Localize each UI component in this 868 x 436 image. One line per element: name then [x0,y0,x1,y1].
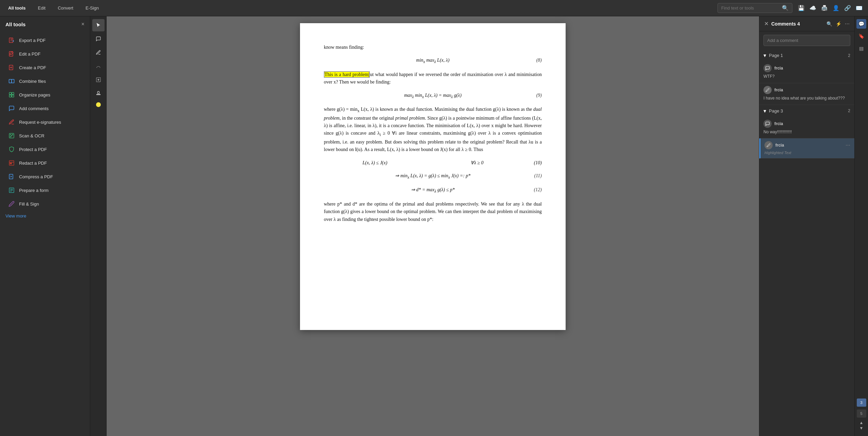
comments-header: ✕ Comments 4 🔍 ⚡ ⋯ [759,16,854,31]
comments-search-icon[interactable]: 🔍 [826,21,832,27]
scroll-down-icon[interactable]: ▼ [859,426,864,431]
nav-edit[interactable]: Edit [35,4,48,12]
select-tool[interactable] [92,19,105,31]
comment-page3-item2[interactable]: frcia ⋯ Highlighted Text [759,138,854,159]
scroll-up-icon[interactable]: ▲ [859,420,864,425]
topbar: All tools Edit Convert E-Sign 🔍 💾 ☁️ 🖨️ … [0,0,868,16]
curve-tool[interactable] [92,60,105,72]
comment-tool[interactable] [92,33,105,45]
comments-list: ▾ Page 1 2 frcia WTF? [759,49,854,436]
pdf-para2: where g(λ) = minx L(x, λ) is known as th… [324,106,542,154]
sidebar-item-form[interactable]: Prepare a form [3,184,87,197]
comments-icon [8,105,15,112]
comment-text-3: No way!!!!!!!!!!!!! [763,129,850,135]
combine-label: Combine files [19,79,46,84]
eq10-block: L(x, λ) ≤ J(x) ∀λ ≥ 0 (10) [324,159,542,167]
draw-tool[interactable] [92,46,105,59]
vertical-toolbar [90,16,107,436]
email-icon[interactable]: ✉️ [856,5,863,11]
esign-label: Request e-signatures [19,120,61,125]
nav-esign[interactable]: E-Sign [83,4,101,12]
svg-rect-6 [12,92,14,94]
svg-rect-3 [9,79,12,83]
comment-text-2: I have no idea what are you talking abou… [763,95,850,101]
comments-close-icon[interactable]: ✕ [764,20,769,27]
nav-all-tools[interactable]: All tools [5,4,28,12]
comment-page1-item1[interactable]: frcia WTF? [759,61,854,83]
topbar-icons: 💾 ☁️ 🖨️ 👤 🔗 ✉️ [798,5,863,11]
redact-label: Redact a PDF [19,161,47,166]
highlighted-text: This is a hard problem| [324,71,370,78]
search-bar[interactable]: 🔍 [717,3,792,13]
sidebar-header: All tools × [0,16,90,32]
color-dot[interactable] [96,102,101,107]
sidebar-item-edit-pdf[interactable]: Edit a PDF [3,47,87,60]
page-1-header[interactable]: ▾ Page 1 2 [759,49,854,61]
add-comment-input[interactable]: Add a comment [763,35,850,46]
page-1-count: 2 [848,53,850,58]
svg-rect-5 [9,92,11,94]
fill-sign-label: Fill & Sign [19,201,39,207]
share-icon[interactable]: 🔗 [844,5,851,11]
scroll-arrows: ▲ ▼ [859,420,864,431]
compress-icon [8,173,15,180]
search-input[interactable] [721,5,780,11]
comment-page1-item2[interactable]: frcia I have no idea what are you talkin… [759,83,854,105]
bookmark-icon[interactable]: 🔖 [856,31,866,41]
layers-icon[interactable]: ▤ [857,44,866,53]
create-pdf-icon [8,64,15,71]
svg-rect-7 [9,95,11,97]
upload-icon[interactable]: ☁️ [809,5,816,11]
sidebar-item-esign[interactable]: Request e-signatures [3,116,87,129]
page-3-header[interactable]: ▾ Page 3 2 [759,105,854,117]
chat-bubble-icon[interactable]: 💬 [856,19,866,29]
edit-pdf-icon [8,50,15,57]
sidebar-items: Export a PDF Edit a PDF Create a PDF Com… [0,32,90,436]
far-right-panel: 💬 🔖 ▤ 3 5 ▲ ▼ [854,16,868,436]
sidebar-item-protect[interactable]: Protect a PDF [3,143,87,156]
eq9-block: maxλ minx L(x, λ) = maxλ g(λ) (9) [324,92,542,100]
page-1-group: ▾ Page 1 2 frcia WTF? [759,49,854,105]
esign-icon [8,119,15,125]
save-icon[interactable]: 💾 [798,5,805,11]
comment-subtext-4: Highlighted Text [764,151,850,155]
sidebar-item-export-pdf[interactable]: Export a PDF [3,34,87,47]
form-label: Prepare a form [19,188,49,193]
sidebar-item-scan-ocr[interactable]: Scan & OCR [3,129,87,142]
page-1-chevron-icon: ▾ [763,52,766,59]
print-icon[interactable]: 🖨️ [821,5,828,11]
page-3-group: ▾ Page 3 2 frcia No way!!!!!!!!!!!!! [759,105,854,159]
compress-label: Compress a PDF [19,174,53,179]
account-icon[interactable]: 👤 [833,5,839,11]
comment-page3-item1[interactable]: frcia No way!!!!!!!!!!!!! [759,117,854,139]
scan-ocr-label: Scan & OCR [19,133,44,138]
avatar-frcia-4 [764,141,773,149]
sidebar-item-create-pdf[interactable]: Create a PDF [3,61,87,74]
page-badge-5[interactable]: 5 [857,409,866,418]
comment-user-1: frcia [774,66,783,71]
eq11-block: ⇒ minx L(x, λ) = g(λ) ≤ minx J(x) =: p* … [324,172,542,181]
sidebar-close-button[interactable]: × [81,21,84,27]
scan-ocr-icon [8,132,15,139]
page-badge-3[interactable]: 3 [857,399,866,407]
comment-more-icon[interactable]: ⋯ [846,142,850,148]
sidebar-item-redact[interactable]: Redact a PDF [3,156,87,169]
view-more-button[interactable]: View more [0,211,90,221]
nav-convert[interactable]: Convert [55,4,76,12]
main-layout: All tools × Export a PDF Edit a PDF [0,16,868,436]
page-3-label: Page 3 [769,108,845,114]
sidebar-item-comments[interactable]: Add comments [3,102,87,115]
sidebar-item-combine[interactable]: Combine files [3,75,87,88]
stamp-tool[interactable] [92,87,105,100]
edit-pdf-label: Edit a PDF [19,51,41,57]
combine-icon [8,78,15,85]
text-tool[interactable] [92,74,105,86]
sidebar-item-organize[interactable]: Organize pages [3,88,87,101]
pdf-area[interactable]: know means finding: minx maxλ L(x, λ) (8… [107,16,759,436]
page-3-count: 2 [848,108,850,113]
sidebar-item-compress[interactable]: Compress a PDF [3,170,87,183]
comments-more-icon[interactable]: ⋯ [845,21,850,27]
sidebar-title: All tools [5,21,26,27]
sidebar-item-fill-sign[interactable]: Fill & Sign [3,197,87,210]
comments-filter-icon[interactable]: ⚡ [836,21,841,27]
